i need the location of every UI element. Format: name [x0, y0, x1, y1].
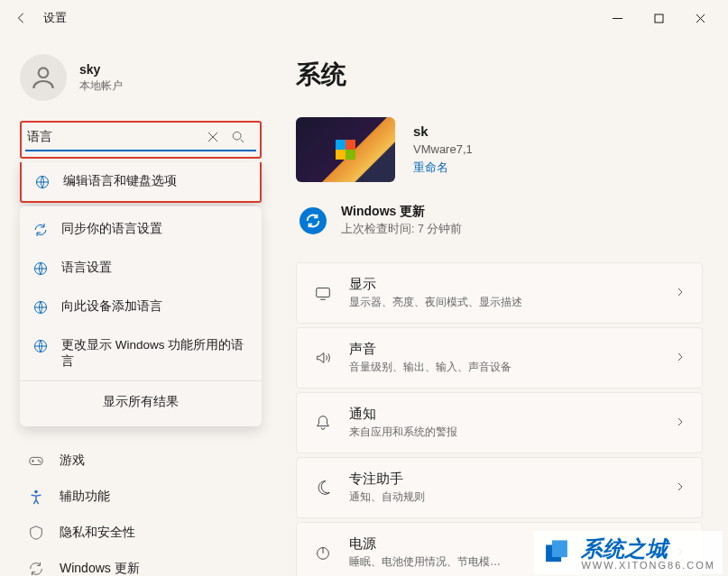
- nav-item-privacy[interactable]: 隐私和安全性: [20, 515, 262, 551]
- setting-sub: 来自应用和系统的警报: [349, 425, 659, 440]
- page-title: 系统: [296, 58, 703, 92]
- globe-icon: [34, 174, 51, 190]
- show-all-results[interactable]: 显示所有结果: [20, 380, 262, 423]
- nav-label: 游戏: [60, 453, 85, 469]
- shield-icon: [27, 524, 45, 542]
- update-icon: [27, 560, 45, 576]
- setting-notifications[interactable]: 通知来自应用和系统的警报: [296, 392, 703, 453]
- chevron-right-icon: [675, 415, 686, 431]
- globe-icon: [32, 338, 49, 354]
- update-title: Windows 更新: [341, 204, 462, 220]
- pc-info-block: sk VMware7,1 重命名: [296, 117, 703, 182]
- bell-icon: [313, 413, 333, 433]
- suggestion-item[interactable]: 更改显示 Windows 功能所用的语言: [20, 326, 262, 380]
- minimize-button[interactable]: [596, 4, 638, 32]
- svg-rect-14: [552, 540, 567, 557]
- nav-label: Windows 更新: [60, 561, 140, 576]
- suggestion-item[interactable]: 向此设备添加语言: [20, 288, 262, 326]
- suggestion-label: 更改显示 Windows 功能所用的语言: [61, 337, 249, 370]
- settings-list: 显示显示器、亮度、夜间模式、显示描述 声音音量级别、输出、输入、声音设备 通知来…: [296, 262, 703, 576]
- search-input[interactable]: [27, 130, 200, 144]
- setting-focus[interactable]: 专注助手通知、自动规则: [296, 457, 703, 518]
- svg-point-8: [38, 460, 40, 462]
- svg-point-2: [233, 132, 241, 140]
- chevron-right-icon: [675, 350, 686, 366]
- suggestion-item[interactable]: 同步你的语言设置: [20, 210, 262, 249]
- pc-thumbnail: [296, 117, 395, 182]
- chevron-right-icon: [675, 480, 686, 496]
- suggestion-item[interactable]: 语言设置: [20, 249, 262, 288]
- suggestion-label: 同步你的语言设置: [61, 221, 162, 237]
- watermark-logo-icon: [541, 537, 572, 568]
- user-name: sky: [79, 62, 123, 77]
- suggestion-label: 编辑语言和键盘选项: [63, 173, 177, 189]
- suggestion-item[interactable]: 编辑语言和键盘选项: [22, 162, 260, 201]
- update-subtitle: 上次检查时间: 7 分钟前: [341, 222, 462, 237]
- search-suggestions: 同步你的语言设置 语言设置 向此设备添加语言 更改显示 Windows 功能所用…: [20, 206, 262, 426]
- display-icon: [313, 283, 333, 303]
- setting-title: 通知: [349, 406, 659, 423]
- svg-point-10: [34, 490, 38, 494]
- watermark: 系统之城 WWW.XITONG86.COM: [534, 531, 723, 574]
- svg-point-9: [40, 461, 41, 462]
- setting-title: 声音: [349, 341, 659, 358]
- setting-sound[interactable]: 声音音量级别、输出、输入、声音设备: [296, 327, 703, 389]
- power-icon: [313, 543, 333, 562]
- pc-model: VMware7,1: [413, 142, 473, 156]
- nav-label: 隐私和安全性: [60, 525, 135, 541]
- back-button[interactable]: [7, 4, 36, 32]
- maximize-button[interactable]: [638, 4, 679, 32]
- update-status[interactable]: Windows 更新 上次检查时间: 7 分钟前: [296, 204, 703, 237]
- watermark-text: 系统之城: [581, 536, 668, 561]
- svg-rect-7: [30, 457, 42, 464]
- watermark-url: WWW.XITONG86.COM: [581, 560, 715, 571]
- nav-label: 辅助功能: [60, 489, 110, 505]
- pc-name: sk: [413, 123, 473, 139]
- setting-sub: 通知、自动规则: [349, 489, 659, 505]
- globe-icon: [32, 299, 49, 315]
- nav-item-gaming[interactable]: 游戏: [20, 443, 262, 479]
- moon-icon: [313, 478, 333, 498]
- setting-sub: 显示器、亮度、夜间模式、显示描述: [349, 295, 659, 310]
- suggestion-label: 语言设置: [61, 260, 112, 276]
- clear-icon[interactable]: [200, 132, 226, 142]
- suggestion-label: 向此设备添加语言: [61, 298, 162, 315]
- setting-sub: 音量级别、输出、输入、声音设备: [349, 360, 659, 375]
- nav-item-accessibility[interactable]: 辅助功能: [20, 479, 262, 515]
- search-box-highlight: [20, 121, 262, 159]
- sidebar: sky 本地帐户 编辑语言和键盘选项 同步你的语言设置: [0, 36, 271, 576]
- chevron-right-icon: [675, 285, 686, 301]
- window-title: 设置: [43, 10, 67, 26]
- close-button[interactable]: [679, 4, 721, 32]
- user-subtitle: 本地帐户: [79, 78, 123, 94]
- setting-title: 专注助手: [349, 471, 659, 488]
- avatar: [20, 54, 67, 101]
- rename-link[interactable]: 重命名: [413, 160, 473, 176]
- gamepad-icon: [27, 452, 45, 470]
- setting-title: 显示: [349, 276, 659, 293]
- user-account-block[interactable]: sky 本地帐户: [7, 43, 271, 115]
- setting-display[interactable]: 显示显示器、亮度、夜间模式、显示描述: [296, 262, 703, 324]
- accessibility-icon: [27, 488, 45, 506]
- main-content: 系统 sk VMware7,1 重命名 Windows 更新 上次检查时间: 7…: [271, 36, 728, 576]
- svg-rect-11: [317, 288, 330, 297]
- search-suggestions-highlighted: 编辑语言和键盘选项: [20, 162, 262, 203]
- update-status-icon: [299, 207, 327, 234]
- search-icon[interactable]: [226, 131, 251, 143]
- nav-item-update[interactable]: Windows 更新: [20, 551, 262, 576]
- svg-point-1: [39, 68, 49, 78]
- globe-icon: [32, 261, 49, 277]
- svg-rect-0: [655, 14, 663, 23]
- sync-icon: [32, 222, 49, 238]
- nav-list: 游戏 辅助功能 隐私和安全性 Windows 更新: [7, 443, 271, 576]
- sound-icon: [313, 348, 333, 368]
